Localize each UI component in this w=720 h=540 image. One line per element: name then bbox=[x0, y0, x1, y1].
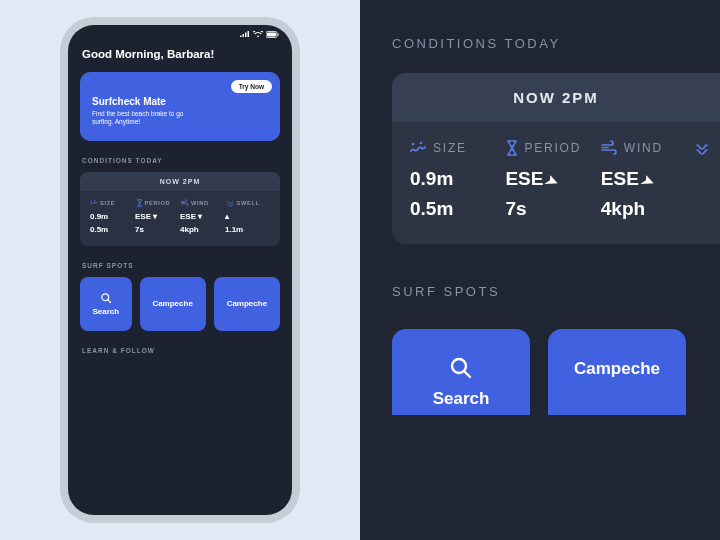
metric-label: SIZE bbox=[100, 200, 115, 206]
phone-screen: Good Morning, Barbara! Try Now Surfcheck… bbox=[68, 25, 292, 515]
wave-icon bbox=[90, 199, 98, 207]
surf-spots-section-label: SURF SPOTS bbox=[68, 262, 292, 269]
conditions-time: NOW 2PM bbox=[80, 172, 280, 191]
metric-value: 4kph bbox=[601, 194, 696, 224]
signal-icon bbox=[240, 31, 250, 38]
surf-spots-row: Search Campeche Campeche bbox=[68, 277, 292, 347]
spot-label: Campeche bbox=[152, 299, 192, 308]
metric-label: SIZE bbox=[433, 141, 467, 155]
search-spot-button[interactable]: Search bbox=[392, 329, 530, 415]
battery-icon bbox=[266, 31, 280, 38]
metric-value: 0.5m bbox=[410, 194, 505, 224]
spot-label: Campeche bbox=[574, 359, 660, 379]
showcase-right: CONDITIONS TODAY NOW 2PM SIZE PERIOD WIN… bbox=[360, 0, 720, 540]
metric-label: PERIOD bbox=[524, 141, 581, 155]
surf-spot-card[interactable]: Campeche bbox=[214, 277, 280, 331]
try-now-button[interactable]: Try Now bbox=[231, 80, 272, 93]
surf-spots-row: Search Campeche bbox=[392, 321, 720, 415]
metric-label: WIND bbox=[191, 200, 209, 206]
phone-frame: Good Morning, Barbara! Try Now Surfcheck… bbox=[60, 17, 300, 523]
metric-value: 7s bbox=[135, 223, 180, 236]
wifi-icon bbox=[253, 31, 263, 38]
metric-value: 7s bbox=[505, 194, 600, 224]
metric-value: 4kph bbox=[180, 223, 225, 236]
swell-icon bbox=[227, 199, 235, 207]
learn-section-label: LEARN & FOLLOW bbox=[68, 347, 292, 354]
metric-label: SWELL bbox=[237, 200, 260, 206]
surf-spot-card[interactable]: Campeche bbox=[548, 329, 686, 415]
surf-spots-section-label: SURF SPOTS bbox=[392, 284, 720, 299]
metric-value: 0.5m bbox=[90, 223, 135, 236]
hourglass-icon bbox=[505, 140, 519, 156]
svg-point-6 bbox=[412, 143, 415, 146]
surf-spot-card[interactable]: Campeche bbox=[140, 277, 206, 331]
metric-value: ESE➤ bbox=[505, 164, 600, 194]
metric-value: ▴ bbox=[225, 210, 270, 223]
search-icon bbox=[100, 292, 112, 307]
metric-label: PERIOD bbox=[145, 200, 171, 206]
spot-label: Campeche bbox=[227, 299, 267, 308]
svg-point-7 bbox=[420, 142, 423, 145]
hourglass-icon bbox=[136, 199, 143, 207]
hero-title: Surfcheck Mate bbox=[92, 96, 268, 107]
metric-value: ESE ▾ bbox=[135, 210, 180, 223]
svg-point-4 bbox=[94, 200, 95, 201]
svg-rect-1 bbox=[267, 33, 276, 37]
wind-icon bbox=[601, 140, 619, 156]
metric-value: 0.9m bbox=[410, 164, 505, 194]
conditions-section-label: CONDITIONS TODAY bbox=[68, 157, 292, 164]
hero-subtitle: Find the best beach brake to go surfing.… bbox=[92, 110, 202, 127]
metric-value: 0.9m bbox=[90, 210, 135, 223]
metric-value: 1.1m bbox=[225, 223, 270, 236]
search-icon bbox=[448, 355, 474, 389]
greeting: Good Morning, Barbara! bbox=[68, 40, 292, 72]
wave-icon bbox=[410, 140, 428, 156]
spot-label: Search bbox=[433, 389, 490, 409]
conditions-section-label: CONDITIONS TODAY bbox=[392, 36, 720, 51]
metric-value: ESE ▾ bbox=[180, 210, 225, 223]
conditions-time: NOW 2PM bbox=[392, 73, 720, 122]
hero-card[interactable]: Try Now Surfcheck Mate Find the best bea… bbox=[80, 72, 280, 141]
search-spot-button[interactable]: Search bbox=[80, 277, 132, 331]
direction-arrow-icon: ➤ bbox=[638, 170, 655, 189]
swell-icon bbox=[696, 140, 712, 156]
showcase-left: Good Morning, Barbara! Try Now Surfcheck… bbox=[0, 0, 360, 540]
conditions-card[interactable]: NOW 2PM SIZE PERIOD WIND 0.9m ESE➤ ESE➤ … bbox=[392, 73, 720, 244]
wind-icon bbox=[181, 199, 189, 207]
direction-arrow-icon: ➤ bbox=[543, 170, 560, 189]
svg-point-3 bbox=[91, 201, 92, 202]
conditions-card[interactable]: NOW 2PM SIZE PERIOD WIND SWELL 0.9m ESE … bbox=[80, 172, 280, 246]
metric-label: WIND bbox=[624, 141, 663, 155]
metric-value: ESE➤ bbox=[601, 164, 696, 194]
svg-rect-2 bbox=[278, 33, 279, 35]
spot-label: Search bbox=[92, 307, 119, 316]
status-bar bbox=[68, 25, 292, 40]
